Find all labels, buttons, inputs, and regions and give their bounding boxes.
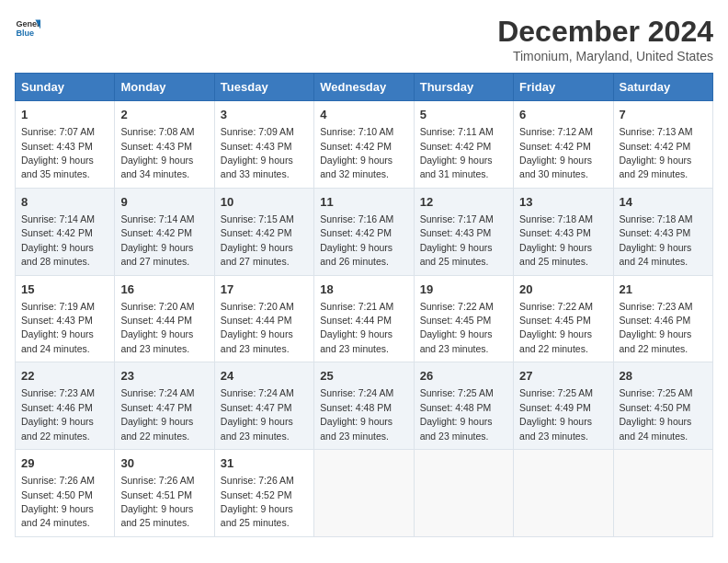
calendar-cell: 17Sunrise: 7:20 AMSunset: 4:44 PMDayligh… (214, 275, 313, 362)
calendar-cell: 24Sunrise: 7:24 AMSunset: 4:47 PMDayligh… (214, 362, 313, 450)
sunrise-text: Sunrise: 7:19 AMSunset: 4:43 PMDaylight:… (21, 301, 95, 354)
day-number: 17 (221, 282, 308, 298)
sunrise-text: Sunrise: 7:23 AMSunset: 4:46 PMDaylight:… (620, 301, 693, 354)
calendar-cell: 8Sunrise: 7:14 AMSunset: 4:42 PMDaylight… (16, 188, 115, 275)
day-number: 9 (120, 194, 208, 211)
day-number: 25 (320, 368, 407, 385)
day-number: 30 (120, 455, 208, 472)
header-day-monday: Monday (115, 74, 214, 101)
week-row-1: 1Sunrise: 7:07 AMSunset: 4:43 PMDaylight… (16, 101, 713, 189)
day-number: 11 (320, 194, 407, 211)
header-day-wednesday: Wednesday (314, 74, 414, 101)
sunrise-text: Sunrise: 7:24 AMSunset: 4:47 PMDaylight:… (221, 387, 294, 441)
sunrise-text: Sunrise: 7:07 AMSunset: 4:43 PMDaylight:… (21, 126, 95, 179)
calendar-cell (613, 450, 712, 537)
calendar-cell: 7Sunrise: 7:13 AMSunset: 4:42 PMDaylight… (613, 101, 712, 189)
day-number: 4 (320, 107, 407, 123)
day-number: 18 (320, 282, 407, 298)
calendar-cell: 12Sunrise: 7:17 AMSunset: 4:43 PMDayligh… (414, 188, 513, 275)
header-day-friday: Friday (514, 74, 613, 101)
day-number: 5 (420, 107, 507, 123)
calendar-cell: 15Sunrise: 7:19 AMSunset: 4:43 PMDayligh… (16, 275, 115, 362)
day-number: 6 (519, 107, 607, 123)
calendar-cell (314, 450, 414, 537)
calendar-table: SundayMondayTuesdayWednesdayThursdayFrid… (15, 73, 713, 537)
sunrise-text: Sunrise: 7:14 AMSunset: 4:42 PMDaylight:… (21, 213, 95, 267)
header-day-tuesday: Tuesday (214, 74, 313, 101)
day-number: 14 (620, 194, 707, 211)
day-number: 21 (620, 282, 707, 298)
calendar-cell: 31Sunrise: 7:26 AMSunset: 4:52 PMDayligh… (214, 450, 313, 537)
sunrise-text: Sunrise: 7:26 AMSunset: 4:51 PMDaylight:… (120, 475, 194, 528)
calendar-cell: 3Sunrise: 7:09 AMSunset: 4:43 PMDaylight… (214, 101, 313, 189)
day-number: 31 (221, 455, 308, 472)
day-number: 26 (420, 368, 507, 385)
calendar-cell: 13Sunrise: 7:18 AMSunset: 4:43 PMDayligh… (514, 188, 613, 275)
calendar-cell: 4Sunrise: 7:10 AMSunset: 4:42 PMDaylight… (314, 101, 414, 189)
calendar-cell: 22Sunrise: 7:23 AMSunset: 4:46 PMDayligh… (16, 362, 115, 450)
sunrise-text: Sunrise: 7:10 AMSunset: 4:42 PMDaylight:… (320, 126, 393, 179)
calendar-cell (514, 450, 613, 537)
svg-text:Blue: Blue (16, 29, 34, 38)
header-day-thursday: Thursday (414, 74, 513, 101)
sunrise-text: Sunrise: 7:11 AMSunset: 4:42 PMDaylight:… (420, 126, 494, 179)
sunrise-text: Sunrise: 7:22 AMSunset: 4:45 PMDaylight:… (519, 301, 593, 354)
sunrise-text: Sunrise: 7:08 AMSunset: 4:43 PMDaylight:… (120, 126, 194, 179)
day-number: 3 (221, 107, 308, 123)
sunrise-text: Sunrise: 7:23 AMSunset: 4:46 PMDaylight:… (21, 387, 95, 441)
sunrise-text: Sunrise: 7:24 AMSunset: 4:48 PMDaylight:… (320, 387, 393, 441)
title-area: December 2024 Timonium, Maryland, United… (497, 15, 713, 63)
week-row-3: 15Sunrise: 7:19 AMSunset: 4:43 PMDayligh… (16, 275, 713, 362)
sunrise-text: Sunrise: 7:16 AMSunset: 4:42 PMDaylight:… (320, 213, 393, 267)
week-row-2: 8Sunrise: 7:14 AMSunset: 4:42 PMDaylight… (16, 188, 713, 275)
calendar-cell: 27Sunrise: 7:25 AMSunset: 4:49 PMDayligh… (514, 362, 613, 450)
day-number: 10 (221, 194, 308, 211)
sunrise-text: Sunrise: 7:20 AMSunset: 4:44 PMDaylight:… (221, 301, 294, 354)
day-number: 23 (120, 368, 208, 385)
header-day-sunday: Sunday (16, 74, 115, 101)
page-header: General Blue December 2024 Timonium, Mar… (15, 15, 713, 63)
calendar-cell: 28Sunrise: 7:25 AMSunset: 4:50 PMDayligh… (613, 362, 712, 450)
sunrise-text: Sunrise: 7:12 AMSunset: 4:42 PMDaylight:… (519, 126, 593, 179)
day-number: 16 (120, 282, 208, 298)
calendar-cell: 16Sunrise: 7:20 AMSunset: 4:44 PMDayligh… (115, 275, 214, 362)
day-number: 29 (21, 455, 108, 472)
day-number: 24 (221, 368, 308, 385)
calendar-cell (414, 450, 513, 537)
day-number: 2 (120, 107, 208, 123)
week-row-5: 29Sunrise: 7:26 AMSunset: 4:50 PMDayligh… (16, 450, 713, 537)
sunrise-text: Sunrise: 7:09 AMSunset: 4:43 PMDaylight:… (221, 126, 294, 179)
day-number: 1 (21, 107, 108, 123)
sunrise-text: Sunrise: 7:18 AMSunset: 4:43 PMDaylight:… (519, 213, 593, 267)
calendar-cell: 30Sunrise: 7:26 AMSunset: 4:51 PMDayligh… (115, 450, 214, 537)
sunrise-text: Sunrise: 7:26 AMSunset: 4:50 PMDaylight:… (21, 475, 95, 528)
day-number: 7 (620, 107, 707, 123)
day-number: 12 (420, 194, 507, 211)
calendar-cell: 18Sunrise: 7:21 AMSunset: 4:44 PMDayligh… (314, 275, 414, 362)
sunrise-text: Sunrise: 7:21 AMSunset: 4:44 PMDaylight:… (320, 301, 393, 354)
calendar-cell: 9Sunrise: 7:14 AMSunset: 4:42 PMDaylight… (115, 188, 214, 275)
sunrise-text: Sunrise: 7:18 AMSunset: 4:43 PMDaylight:… (620, 213, 693, 267)
day-number: 27 (519, 368, 607, 385)
sunrise-text: Sunrise: 7:14 AMSunset: 4:42 PMDaylight:… (120, 213, 194, 267)
logo-icon: General Blue (15, 15, 40, 40)
calendar-cell: 6Sunrise: 7:12 AMSunset: 4:42 PMDaylight… (514, 101, 613, 189)
header-day-saturday: Saturday (613, 74, 712, 101)
calendar-cell: 2Sunrise: 7:08 AMSunset: 4:43 PMDaylight… (115, 101, 214, 189)
day-number: 8 (21, 194, 108, 211)
day-number: 19 (420, 282, 507, 298)
sunrise-text: Sunrise: 7:15 AMSunset: 4:42 PMDaylight:… (221, 213, 294, 267)
day-number: 20 (519, 282, 607, 298)
sunrise-text: Sunrise: 7:25 AMSunset: 4:50 PMDaylight:… (620, 387, 693, 441)
calendar-cell: 19Sunrise: 7:22 AMSunset: 4:45 PMDayligh… (414, 275, 513, 362)
day-number: 28 (620, 368, 707, 385)
calendar-cell: 5Sunrise: 7:11 AMSunset: 4:42 PMDaylight… (414, 101, 513, 189)
sunrise-text: Sunrise: 7:24 AMSunset: 4:47 PMDaylight:… (120, 387, 194, 441)
sunrise-text: Sunrise: 7:25 AMSunset: 4:49 PMDaylight:… (519, 387, 593, 441)
sunrise-text: Sunrise: 7:22 AMSunset: 4:45 PMDaylight:… (420, 301, 494, 354)
logo: General Blue (15, 15, 40, 40)
sunrise-text: Sunrise: 7:26 AMSunset: 4:52 PMDaylight:… (221, 475, 294, 528)
calendar-cell: 23Sunrise: 7:24 AMSunset: 4:47 PMDayligh… (115, 362, 214, 450)
day-number: 22 (21, 368, 108, 385)
page-subtitle: Timonium, Maryland, United States (497, 49, 713, 63)
